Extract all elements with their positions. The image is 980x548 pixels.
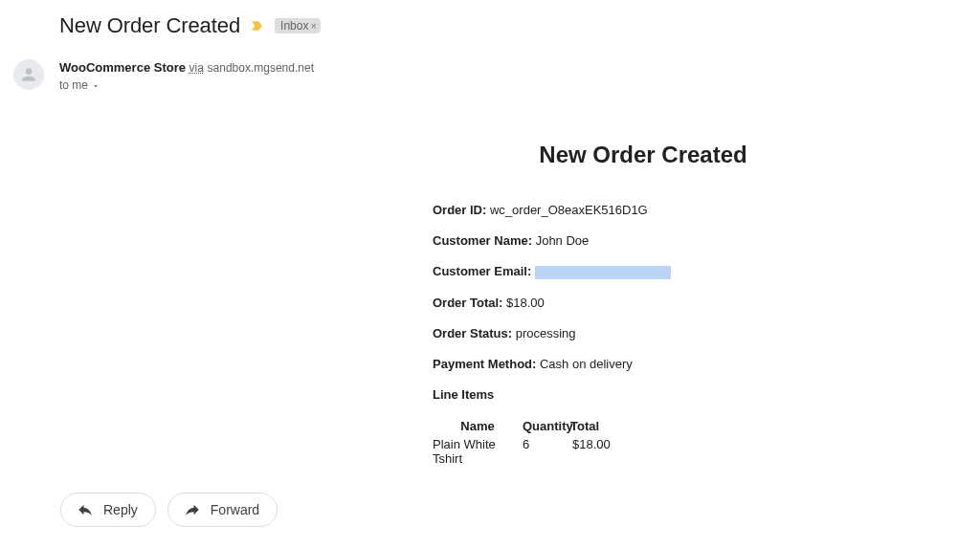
td-quantity: 6 [523, 437, 570, 466]
via-domain: sandbox.mgsend.net [208, 61, 314, 75]
forward-label: Forward [211, 502, 259, 517]
order-status-row: Order Status: processing [433, 326, 949, 340]
payment-method-row: Payment Method: Cash on delivery [433, 357, 949, 371]
forward-icon [184, 501, 201, 518]
remove-label-icon[interactable]: × [310, 20, 316, 32]
body-title: New Order Created [337, 142, 949, 168]
via-label: via [189, 61, 204, 75]
td-name: Plain White Tshirt [433, 437, 523, 466]
th-name: Name [433, 419, 523, 433]
line-items-heading: Line Items [433, 387, 949, 402]
order-total-row: Order Total: $18.00 [433, 296, 949, 310]
to-line-text: to me [59, 77, 88, 94]
chevron-down-icon [91, 81, 100, 91]
line-items-table: Name Quantity Total Plain White Tshirt 6… [433, 419, 949, 466]
email-body: New Order Created Order ID: wc_order_O8e… [433, 142, 949, 466]
important-marker-icon[interactable] [250, 18, 265, 33]
customer-email-row: Customer Email: [433, 264, 949, 279]
td-total: $18.00 [570, 437, 612, 466]
th-total: Total [570, 419, 612, 433]
sender-name: WooCommerce Store [59, 60, 186, 75]
inbox-label-text: Inbox [280, 19, 308, 33]
sender-avatar[interactable] [13, 59, 44, 90]
table-row: Plain White Tshirt 6 $18.00 [433, 437, 949, 466]
th-quantity: Quantity [523, 419, 570, 433]
forward-button[interactable]: Forward [167, 493, 278, 527]
reply-icon [77, 501, 94, 518]
order-id-row: Order ID: wc_order_O8eaxEK516D1G [433, 203, 949, 217]
email-subject: New Order Created [59, 13, 240, 38]
reply-button[interactable]: Reply [60, 493, 156, 527]
redacted-email [535, 266, 671, 279]
recipient-dropdown[interactable]: to me [59, 77, 314, 94]
person-icon [19, 65, 38, 84]
customer-name-row: Customer Name: John Doe [433, 233, 949, 248]
reply-label: Reply [103, 502, 138, 517]
inbox-label-chip[interactable]: Inbox × [275, 18, 321, 33]
